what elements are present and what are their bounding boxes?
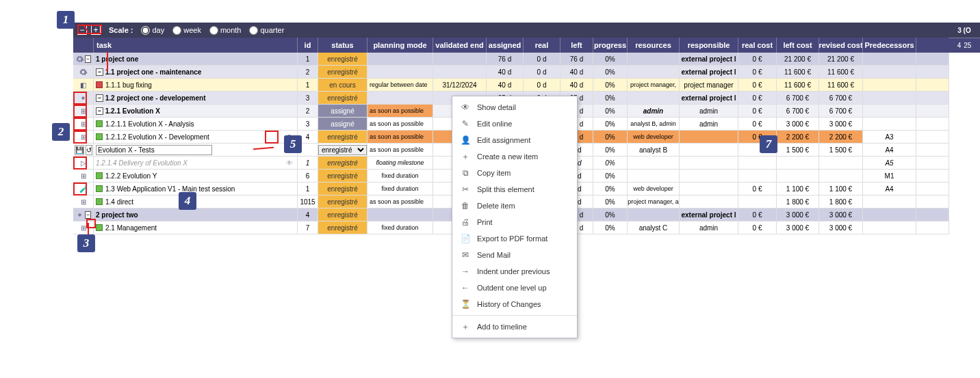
collapse-icon[interactable]: −	[96, 107, 103, 115]
context-menu: 👁Show detail ✎Edit online 👤Edit assignme…	[452, 96, 578, 338]
tree-icon[interactable]: ⊞	[78, 196, 89, 207]
cell-mode: as soon as possible	[368, 195, 433, 208]
header-assigned[interactable]: assigned	[487, 38, 524, 53]
outdent-icon: ←	[461, 283, 470, 293]
task-name-input[interactable]	[96, 145, 212, 155]
undo-button[interactable]: ↺	[86, 145, 92, 155]
header-validated-end[interactable]: validated end	[433, 38, 487, 53]
gear-icon[interactable]	[75, 55, 84, 64]
table-row[interactable]: − 1 project one 1 enregistré 76 d 0 d 76…	[73, 53, 949, 66]
cell-revcost: 1 800 €	[819, 195, 863, 208]
test-icon[interactable]: 🧪	[78, 183, 89, 194]
tree-icon[interactable]: ⊞	[78, 118, 89, 129]
header-task[interactable]: task	[94, 38, 298, 53]
cell-revcost: 21 200 €	[819, 53, 863, 65]
menu-edit-assignment[interactable]: 👤Edit assignment	[452, 132, 577, 148]
menu-edit-online[interactable]: ✎Edit online	[452, 116, 577, 132]
menu-export-pdf[interactable]: 📄Export to PDF format	[452, 230, 577, 247]
cell-res	[628, 92, 680, 104]
menu-send-mail[interactable]: ✉Send Mail	[452, 247, 577, 263]
menu-label: Split this element	[477, 185, 534, 193]
menu-label: Copy item	[477, 169, 511, 177]
collapse-icon[interactable]: −	[96, 94, 103, 102]
cell-assigned: 76 d	[487, 53, 524, 65]
cell-lcost: 11 600 €	[777, 66, 819, 78]
save-button[interactable]: 💾	[75, 145, 84, 155]
milestone-icon[interactable]: ▷	[78, 157, 89, 168]
scale-quarter[interactable]: quarter	[249, 26, 284, 35]
header-real[interactable]: real	[524, 38, 560, 53]
cell-gantt	[916, 66, 949, 78]
cell-pred: A4	[863, 183, 916, 195]
cell-left: 40 d	[560, 79, 593, 91]
header-responsible[interactable]: responsible	[680, 38, 738, 53]
cell-rcost	[738, 195, 777, 208]
tree-icon[interactable]: ⊞	[78, 131, 89, 142]
user-icon: 👤	[461, 135, 470, 145]
cell-pred: M1	[863, 170, 916, 182]
menu-split[interactable]: ✂Split this element	[452, 181, 577, 198]
gear-icon[interactable]	[79, 68, 88, 77]
header-left[interactable]: left	[560, 38, 593, 53]
status-badge: assigné	[318, 118, 367, 130]
collapse-icon[interactable]: −	[96, 68, 103, 76]
header-progress[interactable]: progress	[593, 38, 628, 53]
header-revised-cost[interactable]: revised cost	[819, 38, 863, 53]
cell-rcost: 0 €	[738, 208, 777, 221]
header-left-cost[interactable]: left cost	[777, 38, 819, 53]
task-name: 1.2 project one - developement	[105, 94, 206, 102]
cell-resp: external project l	[680, 66, 738, 78]
status-badge: assigné	[318, 105, 367, 117]
scale-month-label: month	[220, 26, 242, 34]
table-row[interactable]: ◧ 1.1.1 bug fixing 1 en cours regular be…	[73, 79, 949, 92]
cell-prog: 0%	[593, 157, 628, 169]
cell-id: 1015	[298, 195, 318, 208]
header-planning-mode[interactable]: planning mode	[368, 38, 433, 53]
header-predecessors[interactable]: Predecessors	[863, 38, 916, 53]
menu-label: History of Changes	[477, 300, 541, 308]
header-resources[interactable]: resources	[628, 38, 680, 53]
header-status[interactable]: status	[318, 38, 368, 53]
tree-icon[interactable]: ⊞	[78, 105, 89, 116]
scale-month[interactable]: month	[209, 26, 242, 35]
cell-resp: project manager	[680, 79, 738, 91]
cell-prog: 0%	[593, 221, 628, 234]
split-icon: ✂	[461, 185, 470, 194]
callout-3: 3	[77, 234, 95, 252]
header-id[interactable]: id	[298, 38, 318, 53]
menu-outdent[interactable]: ←Outdent one level up	[452, 280, 577, 296]
cell-gantt	[916, 131, 949, 143]
menu-print[interactable]: 🖨Print	[452, 214, 577, 230]
status-badge: enregistré	[318, 170, 367, 182]
mail-icon: ✉	[461, 250, 470, 260]
menu-delete[interactable]: 🗑Delete item	[452, 198, 577, 214]
collapse-icon[interactable]: −	[85, 55, 91, 63]
menu-create-new[interactable]: ＋Create a new item	[452, 148, 577, 165]
menu-show-detail[interactable]: 👁Show detail	[452, 99, 577, 116]
gear-icon[interactable]	[75, 211, 84, 219]
scale-week[interactable]: week	[172, 26, 201, 35]
hidden-icon[interactable]: 👁	[284, 157, 295, 168]
expand-all-button[interactable]: +	[91, 25, 101, 35]
cell-prog: 0%	[593, 131, 628, 143]
collapse-icon[interactable]: −	[85, 211, 91, 219]
menu-history[interactable]: ⏳History of Changes	[452, 296, 577, 312]
table-row[interactable]: − 1.1 project one - maintenance 2 enregi…	[73, 66, 949, 79]
cell-lcost: 21 200 €	[777, 53, 819, 65]
cell-id: 2	[298, 105, 318, 117]
gantt-right-edge: 3 (O 4 25	[949, 23, 980, 228]
gear-icon[interactable]	[79, 94, 88, 103]
cell-pred	[863, 105, 916, 117]
status-select[interactable]: enregistré	[318, 145, 367, 155]
tree-icon[interactable]: ⊞	[78, 170, 89, 181]
menu-add-timeline[interactable]: ＋Add to timeline	[452, 319, 577, 335]
status-badge: enregistré	[318, 183, 367, 195]
activity-icon[interactable]: ◧	[78, 79, 89, 90]
cell-pred	[863, 53, 916, 65]
header-real-cost[interactable]: real cost	[738, 38, 777, 53]
scale-day[interactable]: day	[141, 26, 164, 35]
cell-rcost: 0 €	[738, 53, 777, 65]
cell-pred: A4	[863, 144, 916, 156]
menu-indent[interactable]: →Indent under previous	[452, 263, 577, 280]
menu-copy[interactable]: ⧉Copy item	[452, 165, 577, 181]
